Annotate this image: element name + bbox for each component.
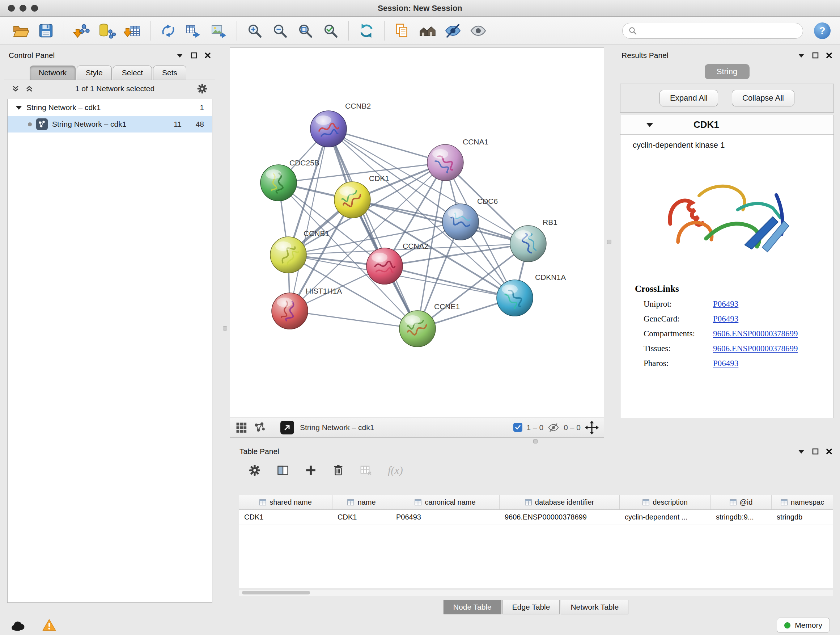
- network-view[interactable]: CCNB2CCNA1CDC25BCDK1CDC6RB1CCNB1CCNA2CDK…: [230, 48, 604, 417]
- network-node-RB1[interactable]: [510, 226, 546, 262]
- apply-layout-button[interactable]: [355, 20, 378, 42]
- tab-network[interactable]: Network: [30, 65, 76, 80]
- network-row-selected[interactable]: String Network – cdk1 11 48: [8, 116, 212, 133]
- table-settings-gear-icon[interactable]: [248, 464, 261, 477]
- network-node-CCNB1[interactable]: [270, 237, 306, 273]
- zoom-in-button[interactable]: [243, 20, 266, 42]
- warning-icon[interactable]: [42, 618, 57, 632]
- network-node-CDC25B[interactable]: [261, 165, 297, 201]
- table-cell[interactable]: cyclin-dependent ...: [620, 510, 711, 524]
- import-network-from-database-button[interactable]: [96, 20, 118, 42]
- tab-select[interactable]: Select: [113, 65, 152, 80]
- column-header-canonical-name[interactable]: canonical name: [391, 495, 500, 509]
- panel-float-icon[interactable]: [191, 52, 197, 59]
- splitter-handle[interactable]: [607, 240, 611, 244]
- panel-float-icon[interactable]: [812, 52, 819, 59]
- graphics-details-button[interactable]: [416, 20, 439, 42]
- zoom-selected-button[interactable]: [319, 20, 342, 42]
- table-cell[interactable]: P06493: [391, 510, 500, 524]
- horizontal-scrollbar[interactable]: [239, 590, 833, 596]
- column-header-name[interactable]: name: [332, 495, 391, 509]
- collapse-all-icon[interactable]: [11, 85, 19, 92]
- collapse-all-button[interactable]: Collapse All: [732, 90, 794, 106]
- table-row[interactable]: CDK1CDK1P064939606.ENSP00000378699cyclin…: [239, 510, 833, 525]
- column-header-description[interactable]: description: [620, 495, 711, 509]
- network-node-CDKN1A[interactable]: [497, 280, 533, 316]
- hide-selected-button[interactable]: [442, 20, 464, 42]
- column-header--id[interactable]: @id: [711, 495, 772, 509]
- network-node-CCNB2[interactable]: [310, 111, 347, 147]
- network-node-HIST1H1A[interactable]: [272, 293, 308, 329]
- cloud-icon[interactable]: [10, 619, 26, 631]
- column-header-database-identifier[interactable]: database identifier: [500, 495, 620, 509]
- tab-style[interactable]: Style: [77, 65, 112, 80]
- table-cell[interactable]: stringdb:9...: [711, 510, 772, 524]
- panel-float-icon[interactable]: [812, 448, 819, 455]
- network-graph[interactable]: CCNB2CCNA1CDC25BCDK1CDC6RB1CCNB1CCNA2CDK…: [230, 48, 604, 417]
- network-edge-HIST1H1A-CCNE1[interactable]: [290, 311, 417, 329]
- tree-expand-icon[interactable]: [16, 105, 22, 110]
- tab-network-table[interactable]: Network Table: [561, 600, 628, 614]
- protein-section-header[interactable]: CDK1: [621, 115, 834, 135]
- save-session-button[interactable]: [35, 20, 57, 42]
- panel-collapse-icon[interactable]: [176, 53, 183, 58]
- panel-close-icon[interactable]: [826, 448, 832, 455]
- panel-collapse-icon[interactable]: [798, 53, 805, 58]
- panel-collapse-icon[interactable]: [798, 449, 805, 454]
- column-header-namespac[interactable]: namespac: [772, 495, 833, 509]
- zoom-out-button[interactable]: [269, 20, 291, 42]
- delete-column-icon[interactable]: [332, 464, 344, 477]
- network-collection-row[interactable]: String Network – cdk1 1: [8, 99, 212, 116]
- detach-view-button[interactable]: [280, 421, 294, 434]
- network-node-CDC6[interactable]: [442, 204, 478, 240]
- copy-document-button[interactable]: [391, 20, 414, 42]
- expand-all-button[interactable]: Expand All: [660, 90, 718, 106]
- add-column-icon[interactable]: [305, 464, 317, 477]
- import-table-from-file-button[interactable]: [121, 20, 144, 42]
- show-all-button[interactable]: [467, 20, 489, 42]
- panel-close-icon[interactable]: [204, 52, 211, 59]
- minimize-window-button[interactable]: [19, 5, 27, 11]
- table-cell[interactable]: CDK1: [239, 510, 332, 524]
- crosslink-link[interactable]: 9606.ENSP00000378699: [713, 344, 798, 353]
- tab-node-table[interactable]: Node Table: [444, 600, 501, 614]
- help-button[interactable]: ?: [814, 22, 831, 39]
- close-window-button[interactable]: [8, 5, 15, 11]
- create-network-from-table-button[interactable]: [182, 20, 205, 42]
- search-box[interactable]: [622, 23, 803, 39]
- zoom-window-button[interactable]: [31, 5, 38, 11]
- column-header-shared-name[interactable]: shared name: [239, 495, 332, 509]
- tab-edge-table[interactable]: Edge Table: [502, 600, 560, 614]
- tab-sets[interactable]: Sets: [153, 65, 186, 80]
- crosslink-link[interactable]: P06493: [713, 299, 738, 309]
- scrollbar-thumb[interactable]: [242, 591, 310, 594]
- network-node-CDK1[interactable]: [334, 182, 370, 218]
- open-session-button[interactable]: [9, 20, 32, 42]
- clone-network-button[interactable]: [157, 20, 180, 42]
- expand-all-icon[interactable]: [25, 85, 33, 92]
- gear-icon[interactable]: [196, 83, 208, 95]
- network-node-CCNE1[interactable]: [399, 310, 436, 347]
- crosslink-link[interactable]: P06493: [713, 314, 738, 324]
- search-input[interactable]: [641, 27, 797, 35]
- tab-string[interactable]: String: [705, 64, 750, 79]
- network-node-CCNA1[interactable]: [427, 144, 463, 181]
- crosslink-link[interactable]: 9606.ENSP00000378699: [713, 329, 798, 339]
- pan-crosshair-icon[interactable]: [585, 421, 599, 434]
- network-overview-icon[interactable]: [253, 421, 265, 434]
- zoom-fit-button[interactable]: [294, 20, 317, 42]
- table-cell[interactable]: stringdb: [772, 510, 833, 524]
- section-collapse-icon[interactable]: [646, 122, 654, 127]
- export-image-button[interactable]: [208, 20, 230, 42]
- crosslink-link[interactable]: P06493: [713, 359, 738, 368]
- node-table[interactable]: shared namenamecanonical namedatabase id…: [239, 495, 833, 588]
- import-network-from-file-button[interactable]: [71, 20, 93, 42]
- splitter-handle[interactable]: [223, 326, 227, 331]
- selected-checkbox[interactable]: [513, 423, 523, 432]
- network-edge-CCNB2-HIST1H1A[interactable]: [290, 129, 328, 311]
- table-cell[interactable]: 9606.ENSP00000378699: [500, 510, 620, 524]
- panel-close-icon[interactable]: [826, 52, 832, 59]
- network-node-CCNA2[interactable]: [366, 248, 403, 284]
- splitter-handle[interactable]: [533, 439, 538, 443]
- memory-button[interactable]: Memory: [777, 618, 830, 633]
